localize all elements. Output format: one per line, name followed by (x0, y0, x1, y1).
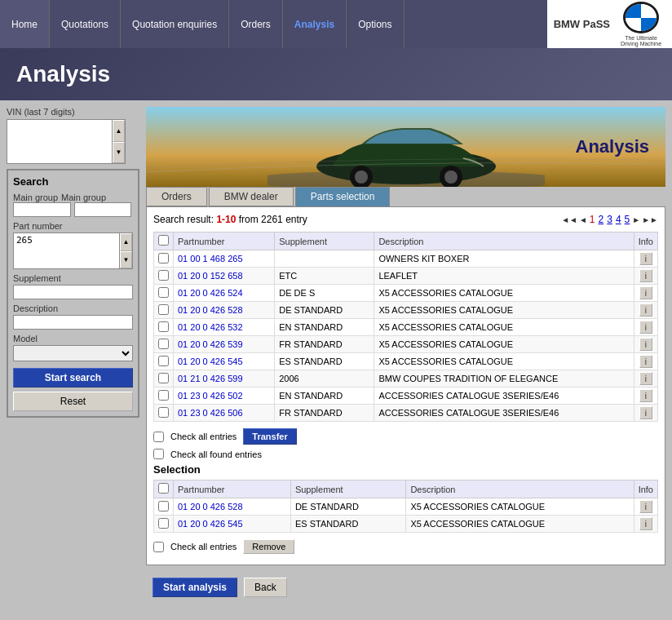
sel-check-all-cb[interactable] (153, 542, 164, 552)
result-check-cell (154, 353, 174, 370)
result-info-btn-5[interactable]: i (639, 338, 652, 351)
description-input[interactable] (13, 315, 133, 330)
result-part-link-4[interactable]: 01 20 0 426 532 (178, 322, 243, 332)
vin-input[interactable] (7, 119, 113, 164)
result-info-btn-2[interactable]: i (639, 286, 652, 299)
result-row: 01 23 0 426 506 FR STANDARD ACCESSORIES … (154, 405, 658, 422)
col-header-info: Info (634, 232, 657, 250)
vin-scroll-up[interactable]: ▲ (113, 120, 125, 142)
transfer-button[interactable]: Transfer (243, 428, 296, 445)
nav-options[interactable]: Options (347, 0, 404, 48)
result-description-0: OWNERS KIT BOXER (374, 250, 634, 268)
selection-check-remove-row: Check all entries Remove (153, 539, 658, 554)
result-part-link-6[interactable]: 01 20 0 426 545 (178, 356, 243, 366)
page-prev-arrow[interactable]: ◄ (579, 215, 587, 224)
sel-info-btn-1[interactable]: i (639, 517, 652, 530)
result-info-btn-1[interactable]: i (639, 269, 652, 282)
main-group-input2[interactable] (74, 202, 132, 217)
check-all-found-cb[interactable] (153, 449, 164, 459)
result-part-link-3[interactable]: 01 20 0 426 528 (178, 305, 243, 315)
result-part-link-9[interactable]: 01 23 0 426 506 (178, 408, 243, 418)
result-partnumber-0: 01 00 1 468 265 (174, 250, 275, 268)
result-info-btn-7[interactable]: i (639, 372, 652, 385)
result-checkbox-5[interactable] (158, 339, 169, 349)
page-2[interactable]: 2 (598, 214, 605, 225)
result-checkbox-1[interactable] (158, 270, 169, 281)
vin-scroll-down[interactable]: ▼ (113, 142, 125, 164)
result-part-link-7[interactable]: 01 21 0 426 599 (178, 374, 243, 383)
back-button[interactable]: Back (244, 578, 287, 597)
part-scroll-down[interactable]: ▼ (120, 251, 132, 269)
result-info-btn-4[interactable]: i (639, 321, 652, 334)
result-checkbox-0[interactable] (158, 253, 169, 264)
result-info-btn-9[interactable]: i (639, 406, 652, 419)
sel-col-header-description: Description (406, 480, 634, 498)
page-first-arrow[interactable]: ◄◄ (561, 215, 577, 224)
sel-part-link-1[interactable]: 01 20 0 426 545 (178, 519, 243, 529)
nav-orders[interactable]: Orders (229, 0, 283, 48)
result-entry: entry (285, 214, 307, 225)
sel-info-btn-0[interactable]: i (639, 500, 652, 513)
sel-checkbox-0[interactable] (158, 501, 169, 512)
result-part-link-5[interactable]: 01 20 0 426 539 (178, 339, 243, 349)
sel-part-link-0[interactable]: 01 20 0 426 528 (178, 502, 243, 512)
reset-button[interactable]: Reset (13, 392, 133, 411)
result-description-3: X5 ACCESSORIES CATALOGUE (374, 302, 634, 319)
result-part-link-1[interactable]: 01 20 0 152 658 (178, 271, 243, 281)
result-partnumber-8: 01 23 0 426 502 (174, 388, 275, 405)
tab-parts-selection[interactable]: Parts selection (295, 187, 391, 206)
description-row: Description (13, 303, 133, 330)
model-label: Model (13, 334, 133, 343)
sel-check-all-label: Check all entries (170, 542, 237, 551)
start-analysis-button[interactable]: Start analysis (153, 578, 237, 597)
sel-col-header-check (154, 480, 174, 498)
tab-bmw-dealer[interactable]: BMW dealer (209, 187, 294, 206)
page-next-arrow[interactable]: ► (632, 215, 640, 224)
result-info-btn-3[interactable]: i (639, 303, 652, 317)
result-part-link-0[interactable]: 01 00 1 468 265 (178, 254, 243, 264)
result-checkbox-4[interactable] (158, 321, 169, 332)
result-check-cell (154, 405, 174, 422)
result-description-6: X5 ACCESSORIES CATALOGUE (374, 353, 634, 370)
result-info-btn-0[interactable]: i (639, 252, 652, 265)
page-3[interactable]: 3 (606, 214, 613, 225)
nav-quotation-enquiries[interactable]: Quotation enquiries (121, 0, 229, 48)
supplement-input[interactable] (13, 285, 133, 299)
result-supplement-0 (275, 250, 374, 268)
result-checkbox-3[interactable] (158, 304, 169, 315)
nav-analysis[interactable]: Analysis (283, 0, 347, 48)
nav-home[interactable]: Home (0, 0, 50, 48)
result-checkbox-2[interactable] (158, 287, 169, 298)
result-info-btn-8[interactable]: i (639, 389, 652, 402)
sel-check-all-header[interactable] (158, 483, 169, 494)
nav-quotations[interactable]: Quotations (50, 0, 121, 48)
result-part-link-8[interactable]: 01 23 0 426 502 (178, 391, 243, 401)
right-panel: Analysis Orders BMW dealer Parts selecti… (146, 107, 665, 601)
tab-orders[interactable]: Orders (146, 187, 207, 206)
start-search-button[interactable]: Start search (13, 368, 133, 388)
result-info-btn-6[interactable]: i (639, 355, 652, 368)
check-all-header[interactable] (158, 235, 169, 246)
model-select[interactable] (13, 345, 133, 361)
remove-button[interactable]: Remove (243, 539, 294, 554)
result-checkbox-6[interactable] (158, 356, 169, 366)
result-part-link-2[interactable]: 01 20 0 426 524 (178, 288, 243, 298)
selection-table: Partnumber Supplement Description Info 0… (153, 480, 658, 533)
result-checkbox-8[interactable] (158, 390, 169, 401)
check-all-entries-cb[interactable] (153, 432, 164, 442)
result-partnumber-7: 01 21 0 426 599 (174, 370, 275, 388)
result-info-cell-9: i (634, 405, 657, 422)
part-scroll-up[interactable]: ▲ (120, 233, 132, 251)
main-group-input1[interactable] (13, 202, 71, 217)
part-number-input[interactable]: 265 (13, 232, 120, 269)
page-1[interactable]: 1 (589, 214, 596, 225)
result-count-value: 2261 (261, 214, 283, 225)
page-4[interactable]: 4 (615, 214, 622, 225)
sel-checkbox-1[interactable] (158, 518, 169, 529)
result-checkbox-9[interactable] (158, 407, 169, 418)
vin-section: VIN (last 7 digits) ▲ ▼ (7, 107, 139, 164)
page-last-arrow[interactable]: ►► (642, 215, 658, 224)
page-5[interactable]: 5 (624, 214, 631, 225)
sel-partnumber-1: 01 20 0 426 545 (174, 516, 291, 533)
result-checkbox-7[interactable] (158, 373, 169, 383)
